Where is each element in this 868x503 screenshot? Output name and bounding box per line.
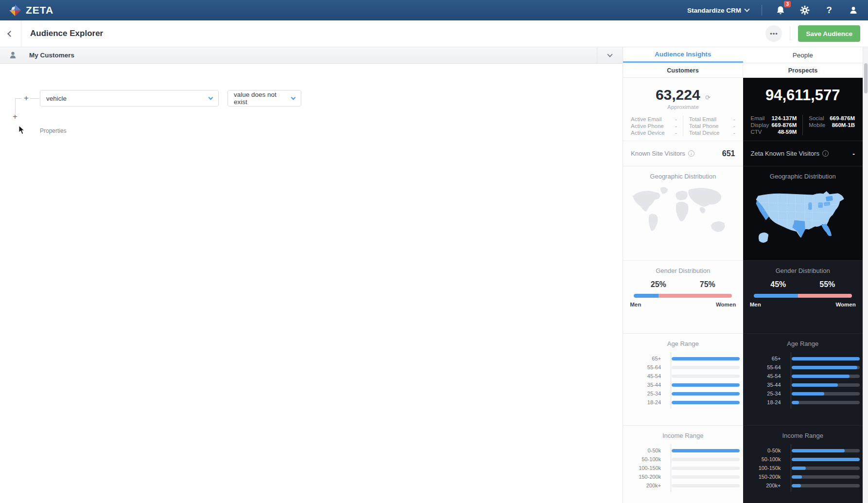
bar-label: 65+ xyxy=(631,356,667,361)
operator-select[interactable]: value does not exist xyxy=(227,90,301,107)
person-icon xyxy=(9,51,17,59)
stat-row: Total Phone - xyxy=(689,123,735,129)
bar-fill xyxy=(792,366,858,369)
stat-label: Active Device xyxy=(631,129,665,136)
stat-row: Total Device - xyxy=(689,129,735,136)
bar-fill xyxy=(792,375,850,378)
workspace-label: Standardize CRM xyxy=(687,7,741,14)
bar-track xyxy=(792,366,860,369)
stat-label: CTV xyxy=(751,128,762,135)
page-header: Audience Explorer ••• Save Audience xyxy=(0,20,868,47)
bar-track xyxy=(792,383,860,387)
page-title: Audience Explorer xyxy=(30,29,103,38)
bar-track xyxy=(792,458,860,461)
bar-track xyxy=(672,357,740,360)
bar-label: 50-100k xyxy=(751,456,787,462)
help-button[interactable]: ? xyxy=(823,4,835,16)
stat-row: Active Email - xyxy=(631,116,677,123)
age-bar-row: 18-24 xyxy=(631,398,743,407)
bar-track xyxy=(792,484,860,487)
stat-row: CTV 48-59M xyxy=(751,128,797,135)
bar-label: 55-64 xyxy=(751,364,787,370)
stat-row: Active Device - xyxy=(631,129,677,136)
bar-label: 45-54 xyxy=(631,373,667,379)
subtab-prospects[interactable]: Prospects xyxy=(743,63,863,77)
bar-fill xyxy=(792,392,824,395)
age-title: Age Range xyxy=(623,334,743,347)
gender-bar-women xyxy=(798,294,852,298)
account-button[interactable] xyxy=(848,4,859,16)
tree-connector xyxy=(30,98,39,99)
back-button[interactable] xyxy=(0,20,21,47)
properties-label: Properties xyxy=(40,127,67,134)
bar-label: 25-34 xyxy=(751,391,787,396)
info-icon[interactable]: i xyxy=(822,150,829,157)
gender-bar-women xyxy=(659,294,732,298)
income-bar-row: 150-200k xyxy=(751,472,863,481)
bar-label: 45-54 xyxy=(751,373,787,379)
info-icon[interactable]: i xyxy=(688,150,694,157)
tab-audience-insights[interactable]: Audience Insights xyxy=(623,47,743,63)
segment-title: My Customers xyxy=(29,52,74,59)
age-bar-row: 25-34 xyxy=(751,389,863,398)
gender-title: Gender Distribution xyxy=(623,261,743,274)
tree-connector xyxy=(15,98,22,99)
navbar-divider xyxy=(762,5,762,16)
bar-track xyxy=(792,392,860,395)
panel-scrollbar[interactable] xyxy=(863,47,868,503)
bar-label: 35-44 xyxy=(751,382,787,388)
refresh-icon[interactable]: ⟳ xyxy=(705,94,711,101)
bar-fill xyxy=(792,484,801,487)
gender-bar xyxy=(754,294,852,298)
prospects-column: 94,611,577 Email 124-137M Display 669-87… xyxy=(743,78,863,503)
prospects-count: 94,611,577 xyxy=(765,87,840,104)
men-percent: 25% xyxy=(651,280,666,289)
top-navbar: ZETA Standardize CRM 3 xyxy=(0,0,868,20)
add-group-button[interactable]: + xyxy=(11,113,19,121)
bar-track xyxy=(792,401,860,404)
stat-value: 860M-1B xyxy=(832,122,855,128)
age-bar-row: 18-24 xyxy=(751,398,863,407)
more-options-button[interactable]: ••• xyxy=(765,25,782,42)
settings-button[interactable] xyxy=(799,4,811,16)
bar-label: 150-200k xyxy=(631,474,667,480)
stat-value: - xyxy=(733,116,735,123)
audience-builder: My Customers Properties + + vehicle valu… xyxy=(0,47,623,503)
geo-title: Geographic Distribution xyxy=(623,166,743,180)
age-bar-row: 55-64 xyxy=(751,363,863,372)
add-condition-button[interactable]: + xyxy=(22,94,30,102)
customers-count-section: 63,224 ⟳ Approximate Active Email - Acti… xyxy=(623,78,743,141)
notifications-button[interactable]: 3 xyxy=(775,4,786,16)
stat-label: Active Email xyxy=(631,116,661,123)
property-select[interactable]: vehicle xyxy=(40,90,219,107)
bar-label: 200k+ xyxy=(751,483,787,488)
operator-select-value: value does not exist xyxy=(234,91,292,106)
segment-collapse-button[interactable] xyxy=(597,54,623,56)
scrollbar-thumb[interactable] xyxy=(864,63,868,93)
gender-bar xyxy=(634,294,732,298)
customers-count-caption: Approximate xyxy=(623,104,743,110)
world-map xyxy=(628,184,738,245)
bar-fill xyxy=(672,449,740,452)
age-bar-row: 55-64 xyxy=(631,363,743,372)
bar-fill xyxy=(792,357,860,360)
bar-fill xyxy=(672,392,740,395)
segment-header[interactable]: My Customers xyxy=(0,47,623,64)
stat-label: Total Device xyxy=(689,129,720,136)
income-bar-row: 0-50k xyxy=(751,446,863,455)
income-bars: 0-50k 50-100k 100-150k 150-200k xyxy=(631,446,743,490)
customers-income-section: Income Range 0-50k 50-100k 100-150k xyxy=(623,426,743,503)
tab-people[interactable]: People xyxy=(743,47,863,63)
bar-label: 50-100k xyxy=(631,456,667,462)
zeta-brand[interactable]: ZETA xyxy=(9,4,53,17)
bar-fill xyxy=(792,475,802,479)
bar-fill xyxy=(792,467,806,470)
stat-label: Display xyxy=(751,122,769,128)
insights-subtabs: Customers Prospects xyxy=(623,63,863,78)
bar-label: 18-24 xyxy=(751,399,787,405)
save-audience-button[interactable]: Save Audience xyxy=(798,25,860,42)
stat-value: 669-876M xyxy=(771,122,797,128)
women-percent: 75% xyxy=(700,280,715,289)
workspace-selector[interactable]: Standardize CRM xyxy=(687,7,749,14)
subtab-customers[interactable]: Customers xyxy=(623,63,743,77)
